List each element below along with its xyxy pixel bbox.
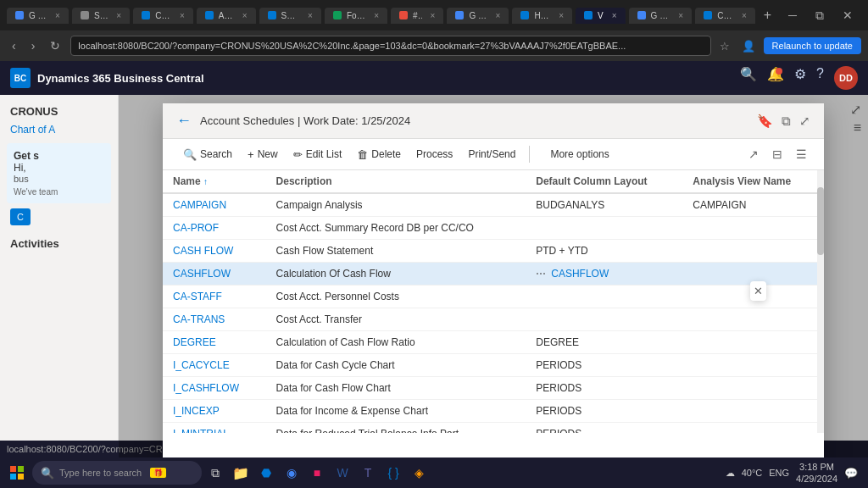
browser-tab-4[interactable]: Analyti... × bbox=[197, 8, 256, 24]
taskbar-icon-chrome[interactable]: ◉ bbox=[280, 461, 303, 485]
taskbar-lang[interactable]: ENG bbox=[769, 468, 789, 478]
taskbar-search-box[interactable]: 🔍 Type here to search 🎁 bbox=[32, 461, 202, 485]
bookmark-icon[interactable]: 🔖 bbox=[757, 114, 773, 129]
more-options-button[interactable]: More options bbox=[543, 145, 615, 164]
browser-tab-7[interactable]: #1535 × bbox=[391, 8, 443, 24]
taskbar-icon-word[interactable]: W bbox=[331, 461, 354, 485]
delete-button[interactable]: 🗑 Delete bbox=[350, 145, 408, 164]
taskbar-clock[interactable]: 3:18 PM 4/29/2024 bbox=[796, 461, 837, 485]
activities-label: Activities bbox=[0, 230, 118, 253]
user-avatar[interactable]: DD bbox=[834, 66, 858, 90]
cell-default-column bbox=[526, 217, 682, 240]
col-header-description: Description bbox=[266, 170, 526, 193]
table-row[interactable]: CASH FLOW Cash Flow Statement PTD + YTD bbox=[163, 240, 824, 263]
open-in-tab-icon[interactable]: ⧉ bbox=[782, 114, 791, 129]
address-bar[interactable]: localhost:8080/BC200/?company=CRONUS%20U… bbox=[70, 36, 710, 56]
browser-tab-10-active[interactable]: Vie... × bbox=[576, 8, 626, 24]
browser-tab-12[interactable]: Cash F... × bbox=[695, 8, 755, 24]
new-tab-button[interactable]: + bbox=[759, 6, 776, 25]
new-button[interactable]: + New bbox=[241, 145, 285, 164]
taskbar-search-icon: 🔍 bbox=[41, 467, 54, 480]
back-button[interactable]: ‹ bbox=[7, 36, 21, 56]
table-container: Name ↑ Description Default Column Layout… bbox=[163, 170, 824, 433]
table-row[interactable]: I_CACYCLE Data for Cash Cycle Chart PERI… bbox=[163, 354, 824, 377]
forward-button[interactable]: › bbox=[26, 36, 41, 56]
table-row[interactable]: I_INCEXP Data for Income & Expense Chart… bbox=[163, 400, 824, 423]
edit-list-icon: ✏ bbox=[293, 148, 303, 161]
taskbar-icon-teams[interactable]: T bbox=[356, 461, 380, 485]
row-action-button[interactable]: ⋯ bbox=[536, 268, 546, 280]
close-notification-button[interactable]: ✕ bbox=[754, 285, 763, 297]
search-icon[interactable]: 🔍 bbox=[740, 66, 757, 90]
table-row[interactable]: I_MINTRIAL Data for Reduced Trial Balanc… bbox=[163, 423, 824, 434]
browser-tab-11[interactable]: G explai... × bbox=[629, 8, 693, 24]
share-icon[interactable]: ↗ bbox=[745, 144, 762, 164]
tab-close-9[interactable]: × bbox=[559, 11, 564, 20]
edit-list-button[interactable]: ✏ Edit List bbox=[287, 145, 349, 164]
sidebar-item-chart-of-accounts[interactable]: Chart of A bbox=[0, 121, 118, 138]
bookmark-star-icon[interactable]: ☆ bbox=[716, 38, 733, 54]
taskbar-icon-vscode[interactable]: { } bbox=[381, 461, 405, 485]
taskbar-icon-app2[interactable]: ◈ bbox=[407, 461, 431, 485]
help-icon[interactable]: ? bbox=[816, 66, 824, 90]
scrollbar-thumb[interactable] bbox=[817, 187, 824, 255]
browser-tab-8[interactable]: G how t... × bbox=[447, 8, 509, 24]
table-row[interactable]: CA-TRANS Cost Acct. Transfer bbox=[163, 308, 824, 331]
tab-close-12[interactable]: × bbox=[742, 11, 747, 20]
tab-close-3[interactable]: × bbox=[180, 11, 185, 20]
filter-icon[interactable]: ⊟ bbox=[769, 144, 786, 164]
svg-rect-0 bbox=[10, 466, 16, 472]
table-row[interactable]: CAMPAIGN Campaign Analysis BUDGANALYS CA… bbox=[163, 193, 824, 217]
browser-tab-9[interactable]: How to... × bbox=[512, 8, 572, 24]
browser-tab-3[interactable]: Cash F... × bbox=[133, 8, 193, 24]
scrollbar-track[interactable] bbox=[817, 170, 824, 433]
taskbar-notification-icon[interactable]: 💬 bbox=[844, 467, 858, 480]
toolbar-separator bbox=[529, 146, 530, 163]
modal-back-button[interactable]: ← bbox=[176, 112, 192, 130]
tab-close-6[interactable]: × bbox=[374, 11, 379, 20]
browser-tab-1[interactable]: G how t... × bbox=[7, 8, 69, 24]
bell-icon[interactable]: 🔔 bbox=[767, 66, 784, 90]
tab-close-10[interactable]: × bbox=[612, 11, 617, 20]
tab-close-8[interactable]: × bbox=[496, 11, 501, 20]
cell-default-column bbox=[526, 286, 682, 308]
taskbar-icon-task-view[interactable]: ⧉ bbox=[203, 461, 227, 485]
table-row[interactable]: I_CASHFLOW Data for Cash Flow Chart PERI… bbox=[163, 377, 824, 400]
settings-gear-icon[interactable]: ⚙ bbox=[794, 66, 806, 90]
tab-close-1[interactable]: × bbox=[55, 11, 60, 20]
tab-close-2[interactable]: × bbox=[116, 11, 121, 20]
view-toggle-icon[interactable]: ☰ bbox=[793, 144, 810, 164]
table-row-selected[interactable]: CASHFLOW Calculation Of Cash Flow ⋯ CASH… bbox=[163, 263, 824, 286]
table-row[interactable]: DEGREE Calculation of Cash Flow Ratio DE… bbox=[163, 331, 824, 354]
cell-default-column-with-action: ⋯ CASHFLOW bbox=[526, 263, 682, 285]
cell-description: Cost Acct. Transfer bbox=[266, 308, 526, 331]
sidebar-action-button[interactable]: C bbox=[10, 208, 31, 225]
taskbar-icon-app1[interactable]: ■ bbox=[305, 461, 329, 485]
reload-button[interactable]: ↻ bbox=[45, 36, 65, 56]
tab-close-5[interactable]: × bbox=[308, 11, 313, 20]
company-name: CRONUS bbox=[0, 102, 118, 121]
tab-close-7[interactable]: × bbox=[431, 11, 436, 20]
relaunch-button[interactable]: Relaunch to update bbox=[764, 37, 861, 54]
taskbar-weather: ☁ bbox=[726, 468, 735, 479]
process-button[interactable]: Process bbox=[409, 145, 459, 164]
cell-description: Campaign Analysis bbox=[266, 193, 526, 217]
browser-tab-6[interactable]: Forecas... × bbox=[325, 8, 387, 24]
table-row[interactable]: CA-STAFF Cost Acct. Personnel Costs bbox=[163, 286, 824, 308]
profile-icon[interactable]: 👤 bbox=[738, 38, 759, 54]
tab-close-4[interactable]: × bbox=[242, 11, 248, 20]
browser-tab-2[interactable]: Settings × bbox=[72, 8, 130, 24]
restore-button[interactable]: ⧉ bbox=[807, 5, 832, 26]
fullscreen-icon[interactable]: ⤢ bbox=[799, 114, 810, 129]
tab-close-11[interactable]: × bbox=[678, 11, 683, 20]
print-send-button[interactable]: Print/Send bbox=[461, 145, 522, 164]
close-button[interactable]: ✕ bbox=[834, 5, 861, 26]
start-button[interactable] bbox=[3, 459, 31, 486]
search-button[interactable]: 🔍 Search bbox=[176, 145, 239, 164]
taskbar-icon-explorer[interactable]: 📁 bbox=[229, 461, 253, 485]
minimize-button[interactable]: ─ bbox=[780, 5, 805, 26]
taskbar-icon-edge[interactable]: ⬣ bbox=[254, 461, 278, 485]
browser-tab-5[interactable]: Sales C... × bbox=[259, 8, 321, 24]
table-row[interactable]: CA-PROF Cost Acct. Summary Record DB per… bbox=[163, 217, 824, 240]
taskbar-right-area: ☁ 40°C ENG 3:18 PM 4/29/2024 💬 bbox=[726, 461, 865, 485]
